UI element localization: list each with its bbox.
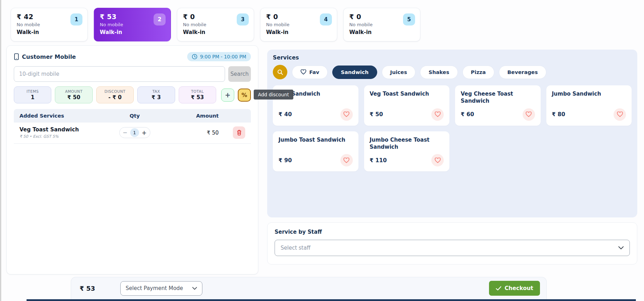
- product-card-veg-cheese-toast-sandwich[interactable]: Veg Cheese Toast Sandwich ₹ 60: [455, 85, 541, 126]
- product-price: ₹ 40: [278, 111, 292, 118]
- ticket-card-3[interactable]: ₹ 0 No mobile Walk-in 3: [177, 8, 254, 41]
- ticket-number-badge: 3: [237, 13, 249, 25]
- added-services-table: Added Services Qty Amount Veg Toast Sand…: [14, 109, 251, 144]
- heart-icon: [617, 112, 623, 117]
- category-tab-shakes[interactable]: Shakes: [420, 66, 458, 79]
- heart-icon: [435, 158, 441, 163]
- add-discount-button[interactable]: %: [238, 89, 251, 102]
- bottom-accent-strip: [27, 299, 636, 301]
- payment-mode-select[interactable]: Select Payment Mode: [120, 281, 202, 296]
- product-card-veg-toast-sandwich[interactable]: Veg Toast Sandwich ₹ 50: [364, 85, 450, 126]
- product-price: ₹ 90: [278, 157, 292, 164]
- delete-service-button[interactable]: [233, 126, 245, 139]
- payment-select-placeholder: Select Payment Mode: [126, 285, 183, 291]
- heart-icon: [300, 69, 306, 75]
- service-search-button[interactable]: [273, 65, 287, 79]
- add-custom-item-button[interactable]: +: [221, 89, 234, 102]
- tax-summary-chip: TAX ₹ 3: [137, 86, 175, 103]
- ticket-card-1[interactable]: ₹ 42 No mobile Walk-in 1: [11, 8, 88, 41]
- services-heading: Services: [273, 55, 632, 61]
- category-tab-fav[interactable]: Fav: [292, 66, 328, 79]
- quantity-stepper: − 1 +: [119, 127, 150, 138]
- customer-mobile-input[interactable]: [14, 66, 225, 82]
- check-icon: [496, 286, 501, 291]
- service-by-staff-card: Service by Staff Select staff: [267, 222, 637, 265]
- services-panel: Services Fav Sandwich Juices Shakes Pizz…: [267, 50, 637, 217]
- ticket-number-badge: 2: [154, 13, 166, 25]
- product-grid: Veg Sandwich ₹ 40 Veg Toast Sandwich ₹ 5…: [273, 85, 632, 171]
- search-icon: [277, 69, 283, 75]
- product-card-jumbo-cheese-toast-sandwich[interactable]: Jumbo Cheese Toast Sandwich ₹ 110: [364, 131, 450, 172]
- ticket-number-badge: 5: [403, 13, 415, 25]
- heart-icon: [525, 112, 532, 117]
- category-tab-beverages[interactable]: Beverages: [499, 66, 546, 79]
- discount-summary-chip: DISCOUNT - ₹ 0: [96, 86, 134, 103]
- product-price: ₹ 50: [370, 111, 383, 118]
- time-slot-badge: 9:00 PM - 10:00 PM: [187, 52, 251, 61]
- added-service-row: Veg Toast Sandwich ₹ 50 • Excl. GST 5% −…: [14, 123, 251, 144]
- trash-icon: [236, 130, 242, 136]
- checkout-bar: ₹ 53 Select Payment Mode Checkout: [71, 277, 547, 299]
- search-button[interactable]: Search: [228, 66, 251, 82]
- category-tab-juices[interactable]: Juices: [382, 66, 416, 79]
- column-header-qty: Qty: [105, 113, 164, 119]
- favorite-button[interactable]: [523, 108, 535, 121]
- increase-qty-button[interactable]: +: [142, 129, 146, 136]
- column-header-amount: Amount: [164, 113, 219, 119]
- product-price: ₹ 110: [370, 157, 387, 164]
- checkout-button[interactable]: Checkout: [489, 281, 540, 296]
- order-panel: Customer Mobile 9:00 PM - 10:00 PM Searc…: [6, 45, 258, 274]
- ticket-type: Walk-in: [266, 29, 331, 35]
- service-by-staff-heading: Service by Staff: [275, 229, 630, 235]
- decrease-qty-button[interactable]: −: [123, 129, 127, 136]
- amount-summary-chip: AMOUNT ₹ 50: [55, 86, 92, 103]
- ticket-type: Walk-in: [349, 29, 414, 35]
- added-service-amount: ₹ 50: [164, 130, 219, 136]
- product-price: ₹ 80: [552, 111, 565, 118]
- heart-icon: [343, 158, 350, 163]
- category-tab-pizza[interactable]: Pizza: [462, 66, 494, 79]
- product-card-jumbo-toast-sandwich[interactable]: Jumbo Toast Sandwich ₹ 90: [273, 131, 358, 172]
- category-tab-sandwich[interactable]: Sandwich: [332, 66, 377, 79]
- ticket-card-5[interactable]: ₹ 0 No mobile Walk-in 5: [343, 8, 420, 41]
- favorite-button[interactable]: [431, 108, 444, 121]
- ticket-card-2-active[interactable]: ₹ 53 No mobile Walk-in 2: [94, 8, 171, 41]
- staff-select-placeholder: Select staff: [281, 245, 310, 251]
- add-discount-tooltip: Add discount: [254, 90, 293, 100]
- product-card-jumbo-sandwich[interactable]: Jumbo Sandwich ₹ 80: [546, 85, 632, 126]
- ticket-type: Walk-in: [100, 29, 165, 35]
- added-service-detail: ₹ 50 • Excl. GST 5%: [19, 134, 105, 139]
- clock-icon: [192, 54, 197, 59]
- chevron-down-icon: [618, 246, 624, 250]
- checkout-total: ₹ 53: [80, 285, 120, 292]
- favorite-button[interactable]: [340, 154, 353, 166]
- qty-value: 1: [130, 128, 139, 137]
- column-header-services: Added Services: [19, 113, 105, 119]
- window-left-edge: [0, 0, 1, 301]
- favorite-button[interactable]: [431, 154, 444, 166]
- ticket-type: Walk-in: [183, 29, 248, 35]
- favorite-button[interactable]: [614, 108, 626, 121]
- staff-select[interactable]: Select staff: [275, 240, 630, 256]
- ticket-type: Walk-in: [17, 29, 82, 35]
- customer-mobile-heading: Customer Mobile: [14, 53, 76, 60]
- time-slot-text: 9:00 PM - 10:00 PM: [200, 54, 246, 59]
- ticket-cards-row: ₹ 42 No mobile Walk-in 1 ₹ 53 No mobile …: [11, 8, 420, 41]
- ticket-card-4[interactable]: ₹ 0 No mobile Walk-in 4: [260, 8, 337, 41]
- heart-icon: [343, 112, 350, 117]
- ticket-number-badge: 1: [70, 13, 82, 25]
- product-price: ₹ 60: [461, 111, 474, 118]
- items-summary-chip: ITEMS 1: [14, 86, 51, 103]
- heart-icon: [435, 112, 441, 117]
- added-service-name: Veg Toast Sandwich: [19, 126, 105, 133]
- chevron-down-icon: [192, 287, 197, 290]
- ticket-number-badge: 4: [320, 13, 332, 25]
- mobile-phone-icon: [14, 53, 19, 60]
- total-summary-chip: TOTAL ₹ 53: [179, 86, 216, 103]
- favorite-button[interactable]: [340, 108, 353, 121]
